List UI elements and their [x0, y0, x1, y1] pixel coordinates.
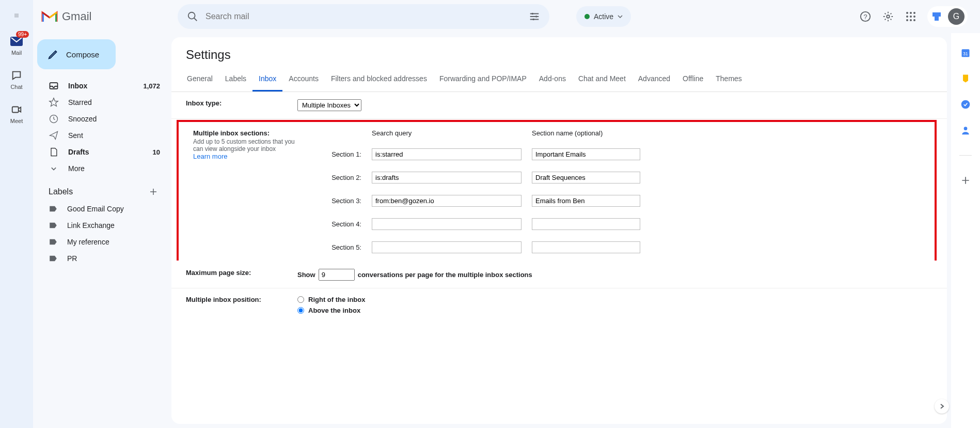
nav-label: Snoozed	[68, 115, 160, 123]
section-5-name[interactable]	[532, 241, 640, 253]
tab-chat-meet[interactable]: Chat and Meet	[572, 68, 632, 91]
tasks-icon[interactable]	[960, 99, 971, 110]
contacts-icon[interactable]	[960, 125, 971, 135]
tab-advanced[interactable]: Advanced	[632, 68, 676, 91]
pencil-icon	[48, 49, 59, 60]
chat-icon	[9, 68, 24, 83]
nav-starred[interactable]: Starred	[37, 94, 167, 111]
apps-icon[interactable]	[905, 10, 917, 23]
search-input[interactable]	[206, 12, 521, 21]
support-icon[interactable]: ?	[859, 10, 872, 23]
status-chip[interactable]: Active	[576, 6, 631, 27]
section-row-label: Section 3:	[305, 197, 361, 205]
position-right-radio[interactable]	[297, 296, 304, 303]
rail-meet-label: Meet	[10, 118, 23, 124]
position-above[interactable]: Above the inbox	[297, 307, 932, 314]
svg-point-9	[906, 12, 908, 14]
section-row-label: Section 2:	[305, 174, 361, 181]
position-right[interactable]: Right of the inbox	[297, 296, 932, 303]
tab-addons[interactable]: Add-ons	[533, 68, 572, 91]
nav-snoozed[interactable]: Snoozed	[37, 111, 167, 127]
section-row-label: Section 1:	[305, 150, 361, 158]
tab-forwarding[interactable]: Forwarding and POP/IMAP	[433, 68, 533, 91]
label-item[interactable]: Good Email Copy	[37, 201, 167, 217]
label-item[interactable]: Link Exchange	[37, 217, 167, 234]
position-above-radio[interactable]	[297, 307, 304, 314]
add-addon-icon[interactable]	[960, 175, 971, 186]
nav-sent[interactable]: Sent	[37, 127, 167, 144]
avatar: G	[948, 8, 965, 25]
section-row-label: Section 5:	[305, 243, 361, 251]
svg-point-26	[964, 127, 968, 130]
account-switcher[interactable]: G	[927, 6, 968, 27]
nav-inbox[interactable]: Inbox 1,072	[37, 78, 167, 94]
label-item[interactable]: My reference	[37, 234, 167, 250]
page-size-prefix: Show	[297, 271, 315, 279]
rail-meet[interactable]: Meet	[9, 102, 24, 124]
add-label-icon[interactable]	[149, 187, 158, 196]
svg-point-16	[910, 19, 912, 21]
logo[interactable]: Gmail	[41, 10, 169, 23]
org-icon	[930, 10, 943, 23]
svg-point-15	[906, 19, 908, 21]
app-name: Gmail	[62, 10, 91, 23]
tab-accounts[interactable]: Accounts	[282, 68, 325, 91]
page-size-suffix: conversations per page for the multiple …	[358, 271, 532, 279]
section-1-query[interactable]	[372, 148, 521, 160]
section-5-query[interactable]	[372, 241, 521, 253]
section-2-query[interactable]	[372, 172, 521, 184]
side-panel-toggle[interactable]	[935, 399, 949, 414]
nav-count: 10	[153, 148, 160, 156]
inbox-type-select[interactable]: Multiple Inboxes	[297, 99, 361, 111]
mail-icon: 99+	[9, 34, 24, 49]
search-options-icon[interactable]	[529, 11, 540, 22]
rail-mail[interactable]: 99+ Mail	[9, 34, 24, 56]
mail-badge: 99+	[16, 31, 29, 38]
nav-label: Starred	[68, 98, 160, 106]
rail-chat[interactable]: Chat	[9, 68, 24, 90]
tab-themes[interactable]: Themes	[709, 68, 748, 91]
svg-point-4	[535, 16, 538, 18]
section-3-name[interactable]	[532, 195, 640, 207]
nav-count: 1,072	[143, 82, 160, 90]
label-icon	[49, 254, 58, 263]
compose-button[interactable]: Compose	[37, 39, 116, 69]
compose-label: Compose	[66, 50, 99, 59]
svg-point-5	[532, 19, 534, 21]
star-icon	[49, 97, 59, 108]
label-item[interactable]: PR	[37, 250, 167, 267]
section-2-name[interactable]	[532, 172, 640, 184]
tab-general[interactable]: General	[181, 68, 219, 91]
status-label: Active	[594, 12, 613, 21]
search-bar[interactable]	[178, 4, 549, 29]
section-3-query[interactable]	[372, 195, 521, 207]
learn-more-link[interactable]: Learn more	[193, 152, 227, 160]
tab-labels[interactable]: Labels	[219, 68, 252, 91]
tab-offline[interactable]: Offline	[676, 68, 709, 91]
section-4-query[interactable]	[372, 218, 521, 230]
tab-filters[interactable]: Filters and blocked addresses	[325, 68, 433, 91]
nav-more[interactable]: More	[37, 160, 167, 177]
page-size-input[interactable]	[319, 269, 355, 281]
nav-label: Drafts	[68, 148, 144, 156]
svg-point-25	[961, 100, 970, 109]
section-4-name[interactable]	[532, 218, 640, 230]
svg-point-10	[910, 12, 912, 14]
sections-label: Multiple inbox sections:	[193, 129, 305, 137]
section-1-name[interactable]	[532, 148, 640, 160]
clock-icon	[49, 114, 59, 124]
label-text: Link Exchange	[67, 221, 160, 230]
nav-drafts[interactable]: Drafts 10	[37, 144, 167, 160]
svg-point-3	[532, 13, 534, 15]
label-text: PR	[67, 254, 160, 263]
main-menu-button[interactable]	[10, 9, 23, 22]
sent-icon	[49, 130, 59, 141]
calendar-icon[interactable]: 31	[960, 48, 971, 58]
gear-icon[interactable]	[882, 10, 894, 23]
gmail-icon	[41, 10, 58, 23]
keep-icon[interactable]	[960, 73, 971, 84]
inbox-type-label: Inbox type:	[186, 99, 297, 107]
settings-tabs: General Labels Inbox Accounts Filters an…	[171, 68, 947, 92]
tab-inbox[interactable]: Inbox	[252, 68, 282, 91]
page-size-label: Maximum page size:	[186, 269, 297, 277]
